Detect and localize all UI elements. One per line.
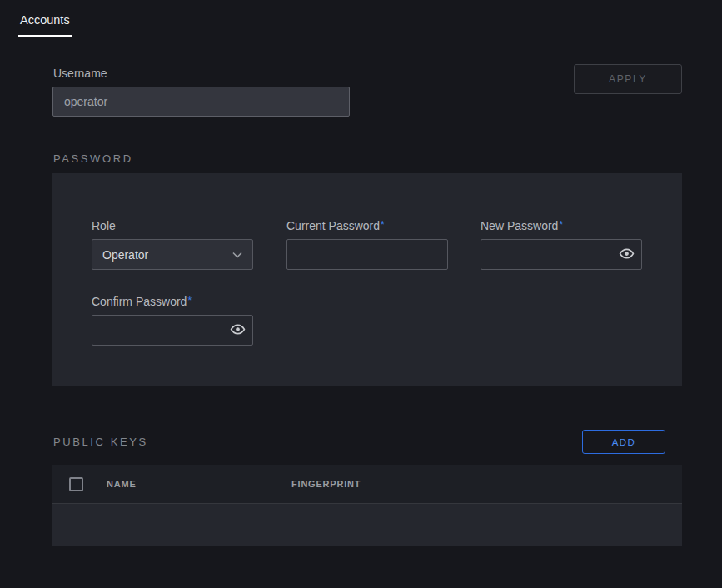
role-select[interactable]: Operator <box>92 239 253 270</box>
required-marker: * <box>559 219 563 231</box>
toggle-password-visibility-button[interactable] <box>229 322 246 339</box>
required-marker: * <box>381 219 385 231</box>
eye-icon <box>619 246 635 264</box>
current-password-field <box>286 239 448 270</box>
confirm-password-field <box>92 315 253 346</box>
toggle-password-visibility-button[interactable] <box>618 247 635 263</box>
public-keys-empty-row <box>52 504 682 546</box>
public-keys-section-title: PUBLIC KEYS <box>53 436 148 448</box>
tab-accounts-label: Accounts <box>20 13 70 27</box>
apply-button[interactable]: APPLY <box>574 64 682 94</box>
current-password-label: Current Password* <box>286 219 385 232</box>
public-keys-table-header: NAME FINGERPRINT <box>52 465 682 504</box>
new-password-field <box>481 239 642 270</box>
tabbar-divider <box>18 37 713 37</box>
column-header-name: NAME <box>107 479 137 489</box>
eye-icon <box>230 321 246 340</box>
username-input[interactable] <box>52 87 350 117</box>
tab-accounts[interactable]: Accounts <box>18 13 72 37</box>
password-panel: Role Operator Current Password* New Pass… <box>52 173 682 386</box>
role-select-value: Operator <box>102 248 148 262</box>
public-keys-table: NAME FINGERPRINT <box>52 465 682 546</box>
chevron-down-icon <box>232 252 242 258</box>
role-label: Role <box>92 219 116 232</box>
current-password-input[interactable] <box>286 239 448 270</box>
required-marker: * <box>187 295 192 306</box>
column-header-fingerprint: FINGERPRINT <box>291 479 361 489</box>
password-section-title: PASSWORD <box>53 152 133 165</box>
username-label: Username <box>53 67 107 80</box>
confirm-password-label: Confirm Password* <box>92 295 192 308</box>
select-all-checkbox[interactable] <box>69 477 83 491</box>
new-password-label: New Password* <box>481 219 563 232</box>
accounts-page: Accounts Username APPLY PASSWORD Role Op… <box>0 0 722 588</box>
add-public-key-button[interactable]: ADD <box>582 430 665 454</box>
